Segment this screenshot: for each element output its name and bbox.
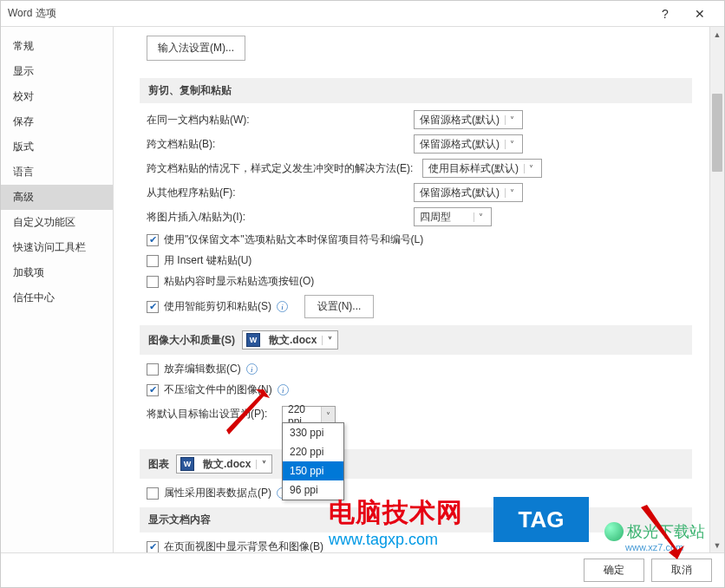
titlebar: Word 选项 ? ✕ xyxy=(1,1,724,27)
sidebar-item-general[interactable]: 常规 xyxy=(1,34,113,59)
sidebar-item-layout[interactable]: 版式 xyxy=(1,134,113,160)
sidebar-item-customize-ribbon[interactable]: 自定义功能区 xyxy=(1,210,113,235)
help-button[interactable]: ? xyxy=(648,2,683,26)
sidebar-item-advanced[interactable]: 高级 xyxy=(1,185,113,210)
ppi-dropdown: 330 ppi 220 ppi 150 ppi 96 ppi xyxy=(282,422,344,500)
chevron-down-icon: ˅ xyxy=(321,407,335,424)
aurora-icon xyxy=(604,522,624,541)
word-options-dialog: Word 选项 ? ✕ 常规 显示 校对 保存 版式 语言 高级 自定义功能区 … xyxy=(0,0,725,588)
chart-doc-name: 散文.docx xyxy=(198,457,256,472)
default-target-output-label: 将默认目标输出设置为(P): xyxy=(147,407,275,421)
word-doc-icon xyxy=(246,333,260,347)
section-chart-label: 图表 xyxy=(148,457,169,472)
paste-conflict-label: 跨文档粘贴的情况下，样式定义发生冲突时的解决方法(E): xyxy=(147,161,415,176)
section-chart: 图表 散文.docx ˅ xyxy=(140,449,692,479)
info-icon: i xyxy=(277,301,288,312)
scroll-down-arrow-icon[interactable]: ▼ xyxy=(710,538,724,552)
section-cut-copy-paste: 剪切、复制和粘贴 xyxy=(140,78,692,103)
discard-edit-data-checkbox[interactable] xyxy=(147,363,159,376)
info-icon: i xyxy=(246,363,258,375)
watermark-tag: TAG xyxy=(493,497,589,542)
paste-cross-doc-label: 跨文档粘贴(B): xyxy=(147,137,407,152)
paste-cross-doc-select[interactable]: 保留源格式(默认) ˅ xyxy=(414,134,523,154)
content-wrap: 输入法设置(M)... 剪切、复制和粘贴 在同一文档内粘贴(W): 保留源格式(… xyxy=(114,27,724,552)
watermark-logo: 极光下载站 xyxy=(604,521,705,542)
scroll-thumb[interactable] xyxy=(712,94,722,172)
scroll-track[interactable] xyxy=(710,42,724,538)
sidebar-item-proofing[interactable]: 校对 xyxy=(1,84,113,109)
insert-picture-as-label: 将图片插入/粘贴为(I): xyxy=(147,210,407,225)
sidebar: 常规 显示 校对 保存 版式 语言 高级 自定义功能区 快速访问工具栏 加载项 … xyxy=(1,27,114,552)
sidebar-item-save[interactable]: 保存 xyxy=(1,109,113,134)
ppi-option-150[interactable]: 150 ppi xyxy=(283,461,343,480)
insert-picture-as-value: 四周型 xyxy=(420,210,451,225)
word-doc-icon xyxy=(180,457,194,471)
paste-same-doc-label: 在同一文档内粘贴(W): xyxy=(147,113,407,127)
dialog-body: 常规 显示 校对 保存 版式 语言 高级 自定义功能区 快速访问工具栏 加载项 … xyxy=(1,27,724,552)
paste-same-doc-value: 保留源格式(默认) xyxy=(420,113,500,127)
insert-key-paste-label: 用 Insert 键粘贴(U) xyxy=(164,253,251,268)
chevron-down-icon: ˅ xyxy=(505,188,519,198)
paste-conflict-select[interactable]: 使用目标样式(默认) ˅ xyxy=(422,159,542,178)
scroll-up-arrow-icon[interactable]: ▲ xyxy=(710,27,724,42)
image-quality-doc-name: 散文.docx xyxy=(264,333,322,348)
vertical-scrollbar[interactable]: ▲ ▼ xyxy=(709,27,724,552)
paste-cross-doc-value: 保留源格式(默认) xyxy=(420,137,500,152)
sidebar-item-display[interactable]: 显示 xyxy=(1,59,113,84)
paste-conflict-value: 使用目标样式(默认) xyxy=(428,161,519,176)
content-panel: 输入法设置(M)... 剪切、复制和粘贴 在同一文档内粘贴(W): 保留源格式(… xyxy=(114,27,709,552)
sidebar-item-trust-center[interactable]: 信任中心 xyxy=(1,285,113,310)
sidebar-item-addins[interactable]: 加载项 xyxy=(1,260,113,285)
ppi-option-220[interactable]: 220 ppi xyxy=(283,442,343,461)
chevron-down-icon: ˅ xyxy=(505,140,519,149)
show-paste-options-label: 粘贴内容时显示粘贴选项按钮(O) xyxy=(164,274,314,289)
chevron-down-icon: ˅ xyxy=(256,460,271,469)
paste-other-program-value: 保留源格式(默认) xyxy=(420,186,500,200)
smart-cut-settings-button[interactable]: 设置(N)... xyxy=(304,295,375,318)
section-image-label: 图像大小和质量(S) xyxy=(148,333,235,348)
smart-cut-paste-label: 使用智能剪切和粘贴(S) xyxy=(164,299,271,314)
no-compress-label: 不压缩文件中的图像(N) xyxy=(164,382,272,397)
paste-other-program-select[interactable]: 保留源格式(默认) ˅ xyxy=(414,183,523,202)
ppi-option-330[interactable]: 330 ppi xyxy=(283,423,343,442)
insert-key-paste-checkbox[interactable] xyxy=(147,255,159,267)
sidebar-item-quick-access[interactable]: 快速访问工具栏 xyxy=(1,235,113,260)
watermark-logo-text: 极光下载站 xyxy=(627,521,705,542)
show-paste-options-checkbox[interactable] xyxy=(147,276,159,288)
show-bg-checkbox[interactable]: ✔ xyxy=(147,541,159,553)
ime-settings-button[interactable]: 输入法设置(M)... xyxy=(147,36,245,61)
image-quality-doc-select[interactable]: 散文.docx ˅ xyxy=(242,330,338,350)
no-compress-checkbox[interactable]: ✔ xyxy=(147,384,159,396)
chevron-down-icon: ˅ xyxy=(322,336,337,345)
paste-other-program-label: 从其他程序粘贴(F): xyxy=(147,186,407,200)
chart-datapoint-label: 属性采用图表数据点(P) xyxy=(164,486,271,500)
window-title: Word 选项 xyxy=(8,6,648,21)
show-bg-label: 在页面视图中显示背景色和图像(B) xyxy=(164,539,323,552)
chevron-down-icon: ˅ xyxy=(474,212,487,222)
keep-bullets-label: 使用"仅保留文本"选项粘贴文本时保留项目符号和编号(L) xyxy=(164,232,423,247)
ppi-option-96[interactable]: 96 ppi xyxy=(283,480,343,500)
watermark-logo-url: www.xz7.com xyxy=(625,542,683,552)
sidebar-item-language[interactable]: 语言 xyxy=(1,160,113,185)
chevron-down-icon: ˅ xyxy=(524,164,538,173)
paste-same-doc-select[interactable]: 保留源格式(默认) ˅ xyxy=(414,110,523,129)
cancel-button[interactable]: 取消 xyxy=(651,559,712,582)
ok-button[interactable]: 确定 xyxy=(584,559,644,582)
info-icon: i xyxy=(278,384,289,395)
keep-bullets-checkbox[interactable]: ✔ xyxy=(147,234,159,246)
insert-picture-as-select[interactable]: 四周型 ˅ xyxy=(414,207,492,226)
chevron-down-icon: ˅ xyxy=(505,115,519,125)
dialog-footer: 确定 取消 xyxy=(1,552,724,587)
smart-cut-paste-checkbox[interactable]: ✔ xyxy=(147,301,159,313)
chart-datapoint-checkbox[interactable] xyxy=(147,487,159,500)
discard-edit-data-label: 放弃编辑数据(C) xyxy=(164,362,241,376)
chart-doc-select[interactable]: 散文.docx ˅ xyxy=(176,454,272,474)
close-button[interactable]: ✕ xyxy=(683,2,717,26)
section-image-size-quality: 图像大小和质量(S) 散文.docx ˅ xyxy=(140,325,692,355)
